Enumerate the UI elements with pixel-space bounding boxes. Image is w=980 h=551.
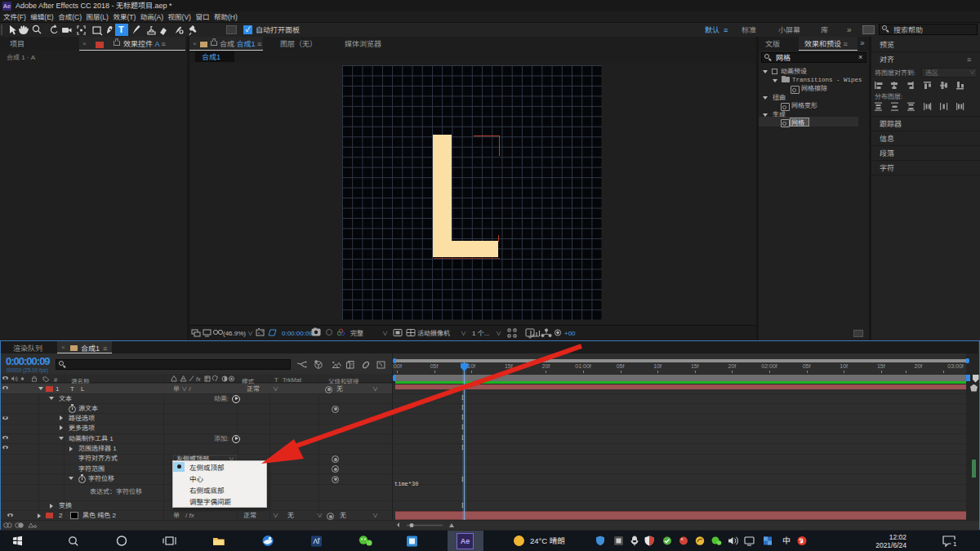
- svg-text:1: 1: [953, 540, 957, 548]
- svg-text:中: 中: [782, 535, 791, 546]
- svg-text:fx: fx: [196, 376, 201, 382]
